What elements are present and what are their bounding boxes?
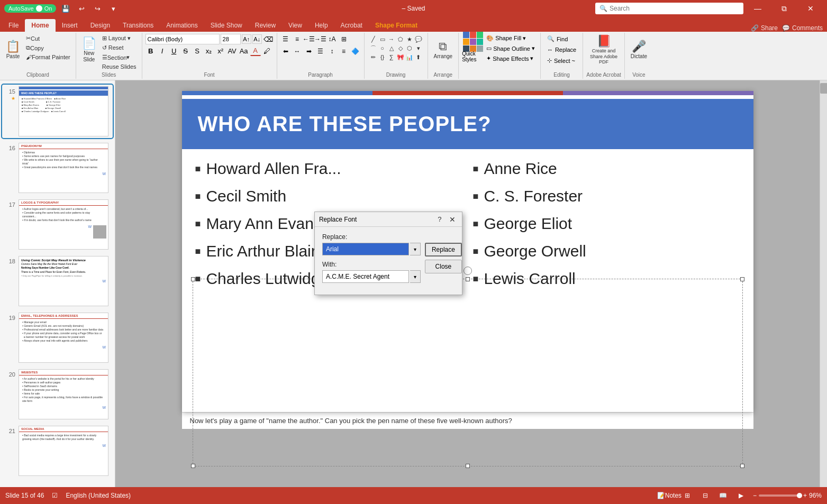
dialog-close-btn[interactable]: Close: [425, 260, 462, 273]
curved-shape[interactable]: ⌒: [369, 44, 378, 52]
minimize-button[interactable]: —: [746, 0, 770, 17]
chart-shape[interactable]: 📊: [405, 53, 414, 61]
tab-transitions[interactable]: Transitions: [116, 19, 160, 32]
undo-button[interactable]: ↩: [75, 2, 88, 15]
tab-shapeformat[interactable]: Shape Format: [369, 19, 424, 32]
shape-effects-button[interactable]: ✦ Shape Effects ▾: [484, 54, 537, 63]
font-name-input[interactable]: [146, 34, 220, 44]
indent-increase-button[interactable]: →☰: [315, 34, 326, 44]
hexagon-shape[interactable]: ⬡: [405, 44, 414, 52]
font-color-button[interactable]: A: [250, 45, 261, 56]
expand-shapes[interactable]: ⬆: [414, 53, 423, 61]
reuse-slides-button[interactable]: Reuse Slides: [100, 62, 139, 71]
tab-insert[interactable]: Insert: [56, 19, 84, 32]
replace-button[interactable]: ↔ Replace: [544, 45, 579, 54]
dialog-help-button[interactable]: ?: [434, 214, 445, 225]
dialog-replace-button[interactable]: Replace: [425, 243, 462, 256]
canvas-area[interactable]: WHO ARE THESE PEOPLE? ■ Howard Allen Fra…: [115, 80, 820, 487]
tab-home[interactable]: Home: [25, 19, 55, 32]
italic-button[interactable]: I: [157, 45, 168, 56]
bullet-list-button[interactable]: ☰: [280, 34, 291, 44]
shape-fill-button[interactable]: 🎨 Shape Fill ▾: [484, 34, 537, 43]
char-spacing-button[interactable]: AV: [227, 45, 238, 56]
redo-button[interactable]: ↪: [91, 2, 104, 15]
dialog-close-button[interactable]: ✕: [447, 214, 458, 225]
align-center-button[interactable]: ↔: [292, 46, 303, 57]
cut-button[interactable]: ✂ Cut: [24, 34, 72, 43]
font-size-input[interactable]: [221, 34, 241, 44]
bold-button[interactable]: B: [146, 45, 156, 56]
handle-br[interactable]: [740, 464, 744, 468]
case-button[interactable]: Aa: [239, 45, 249, 56]
zoom-out-button[interactable]: −: [753, 492, 757, 499]
rect-shape[interactable]: ▭: [378, 35, 387, 43]
oval-shape[interactable]: ○: [378, 44, 387, 52]
text-direction-button[interactable]: ↕A: [327, 34, 338, 44]
search-input[interactable]: [610, 5, 739, 12]
find-button[interactable]: 🔍 Find: [544, 34, 579, 44]
clear-format-button[interactable]: ⌫: [263, 34, 274, 44]
more-shapes[interactable]: ▾: [414, 44, 423, 52]
comments-button[interactable]: 💬 Comments: [782, 24, 823, 32]
strikethrough-button[interactable]: S: [180, 45, 191, 56]
subscript-button[interactable]: x₂: [204, 45, 214, 56]
share-button[interactable]: 🔗 Share: [751, 24, 778, 32]
shape-outline-button[interactable]: ▭ Shape Outline ▾: [484, 44, 537, 53]
paste-button[interactable]: 📋 Paste: [3, 34, 23, 66]
autosave-toggle[interactable]: AutoSave On: [4, 4, 56, 13]
line-shape[interactable]: ╱: [369, 35, 378, 43]
justify-button[interactable]: ☰: [315, 46, 326, 57]
restore-button[interactable]: ⧉: [772, 0, 796, 17]
customize-button[interactable]: ▾: [107, 2, 120, 15]
tab-review[interactable]: Review: [249, 19, 282, 32]
slide-thumb-17[interactable]: 17 LOGOS & TYPOGRAPHY • Author logos are…: [2, 198, 113, 251]
number-list-button[interactable]: ≡: [292, 34, 303, 44]
diamond-shape[interactable]: ◇: [396, 44, 405, 52]
replace-input[interactable]: [322, 243, 409, 255]
shadow-button[interactable]: S: [192, 45, 203, 56]
arrow-shape[interactable]: →: [387, 35, 396, 43]
select-button[interactable]: ⊹ Select ~: [544, 56, 579, 66]
tab-design[interactable]: Design: [84, 19, 116, 32]
handle-tl[interactable]: [191, 277, 195, 281]
replace-dropdown[interactable]: ▾: [410, 243, 421, 255]
handle-bc[interactable]: [466, 464, 470, 468]
normal-view-button[interactable]: ⊞: [681, 489, 694, 502]
slide-sorter-button[interactable]: ⊟: [699, 489, 712, 502]
handle-tc[interactable]: [466, 277, 470, 281]
notes-button[interactable]: 📝 Notes: [663, 489, 676, 502]
scroll-thumb[interactable]: [820, 83, 828, 94]
align-left-button[interactable]: ⬅: [280, 46, 291, 57]
align-right-button[interactable]: ➡: [304, 46, 314, 57]
slide-thumb-18[interactable]: 18 Using Comic Script May Result in Viol…: [2, 254, 113, 308]
with-input[interactable]: [322, 270, 409, 283]
font-size-increase[interactable]: A↑: [242, 34, 251, 44]
slide-thumb-20[interactable]: 20 WEBSITES • An author's website is the…: [2, 368, 113, 421]
section-button[interactable]: ☰ Section ▾: [100, 53, 139, 62]
indent-decrease-button[interactable]: ←☰: [304, 34, 314, 44]
close-button[interactable]: ✕: [798, 0, 823, 17]
equation-shape[interactable]: ∑: [387, 53, 396, 61]
callout-shape[interactable]: 💬: [414, 35, 423, 43]
bracket-shape[interactable]: {}: [378, 53, 387, 61]
align-text-button[interactable]: ≡: [339, 46, 349, 57]
superscript-button[interactable]: x²: [215, 45, 226, 56]
font-size-decrease[interactable]: A↓: [252, 34, 262, 44]
tab-view[interactable]: View: [282, 19, 308, 32]
new-slide-button[interactable]: 📄 NewSlide: [79, 34, 99, 66]
rotate-handle[interactable]: [464, 267, 472, 275]
underline-button[interactable]: U: [169, 45, 179, 56]
layout-button[interactable]: ⊞ Layout ▾: [100, 34, 139, 43]
triangle-shape[interactable]: △: [387, 44, 396, 52]
highlight-button[interactable]: 🖊: [262, 45, 272, 56]
line-spacing-button[interactable]: ↕: [327, 46, 338, 57]
arrange-button[interactable]: ⧉ Arrange: [431, 34, 456, 66]
reset-button[interactable]: ↺ Reset: [100, 43, 139, 52]
handle-bl[interactable]: [191, 464, 195, 468]
slide-title-box[interactable]: WHO ARE THESE PEOPLE?: [182, 99, 753, 149]
right-scrollbar[interactable]: [820, 80, 827, 487]
slide-thumb-15[interactable]: 15★ WHO ARE THESE PEOPLE? ■ Howard Allen…: [2, 85, 113, 138]
column-button[interactable]: ⊞: [339, 34, 349, 44]
quickstyles-button[interactable]: Quick Styles: [462, 34, 483, 60]
copy-button[interactable]: ⧉ Copy: [24, 43, 72, 52]
